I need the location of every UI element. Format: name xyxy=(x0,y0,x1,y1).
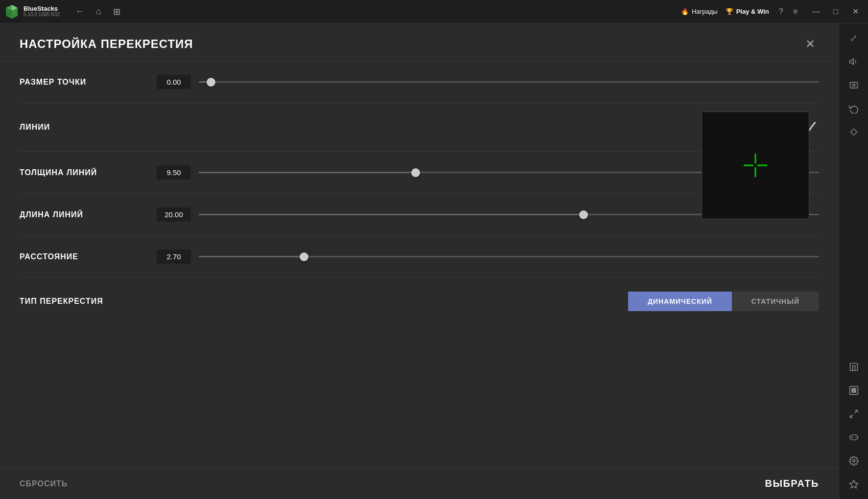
record-sidebar-icon[interactable] xyxy=(843,380,865,401)
dot-size-label: РАЗМЕР ТОЧКИ xyxy=(20,78,157,87)
window-controls: — □ ✕ xyxy=(807,3,864,21)
dialog-container: НАСТРОЙКА ПЕРЕКРЕСТИЯ ✕ РАЗМЕР ТОЧКИ 0.0… xyxy=(0,23,839,499)
play-win-button[interactable]: 🏆 Play & Win xyxy=(726,8,769,15)
logo-text: BlueStacks 5.10.0.1085 N32 xyxy=(23,5,60,18)
maximize-button[interactable]: □ xyxy=(827,3,845,21)
crosshair-right-arm xyxy=(757,165,767,166)
crosshair-preview xyxy=(746,156,765,175)
rewards-button[interactable]: 🔥 Награды xyxy=(681,8,718,15)
svg-point-14 xyxy=(852,460,855,462)
setting-row-dot-size: РАЗМЕР ТОЧКИ 0.00 xyxy=(20,61,819,103)
titlebar-right: 🔥 Награды 🏆 Play & Win ? ≡ — □ ✕ xyxy=(681,3,864,21)
setting-row-thickness: ТОЛЩИНА ЛИНИЙ 9.50 xyxy=(20,152,819,194)
rotate-sidebar-icon[interactable] xyxy=(843,98,865,119)
star-sidebar-icon[interactable] xyxy=(843,474,865,495)
titlebar-icons: ? ≡ xyxy=(777,5,799,18)
static-toggle-button[interactable]: СТАТИЧНЫЙ xyxy=(732,292,819,311)
menu-button[interactable]: ≡ xyxy=(791,5,799,18)
titlebar-left: BlueStacks 5.10.0.1085 N32 ← ⌂ ⊞ xyxy=(4,4,122,20)
svg-rect-5 xyxy=(850,82,857,88)
gap-slider[interactable] xyxy=(199,252,819,262)
thickness-label: ТОЛЩИНА ЛИНИЙ xyxy=(20,168,157,177)
dynamic-toggle-button[interactable]: ДИНАМИЧЕСКИЙ xyxy=(628,292,732,311)
titlebar: BlueStacks 5.10.0.1085 N32 ← ⌂ ⊞ 🔥 Награ… xyxy=(0,0,868,23)
close-window-button[interactable]: ✕ xyxy=(846,3,864,21)
length-value: 20.00 xyxy=(157,207,191,222)
gamepad-sidebar-icon[interactable] xyxy=(843,427,865,448)
back-button[interactable]: ← xyxy=(73,4,86,19)
windows-button[interactable]: ⊞ xyxy=(111,4,122,19)
svg-rect-8 xyxy=(850,363,857,371)
volume-sidebar-icon[interactable] xyxy=(843,51,865,72)
gap-value: 2.70 xyxy=(157,250,191,264)
screenshot-sidebar-icon[interactable] xyxy=(843,74,865,96)
type-label: ТИП ПЕРЕКРЕСТИЯ xyxy=(20,297,157,306)
gap-control: 2.70 xyxy=(157,250,819,264)
settings-sidebar-icon[interactable] xyxy=(843,450,865,472)
type-control: ДИНАМИЧЕСКИЙ СТАТИЧНЫЙ xyxy=(157,292,819,311)
length-label: ДЛИНА ЛИНИЙ xyxy=(20,210,157,219)
crosshair-left-arm xyxy=(744,165,753,166)
dot-size-control: 0.00 xyxy=(157,75,819,89)
dot-size-slider[interactable] xyxy=(199,77,819,87)
bluestacks-logo: BlueStacks 5.10.0.1085 N32 xyxy=(4,4,60,20)
gap-label: РАССТОЯНИЕ xyxy=(20,252,157,261)
lines-label: ЛИНИИ xyxy=(20,123,157,132)
thickness-value: 9.50 xyxy=(157,165,191,180)
crosshair-top-arm xyxy=(755,154,756,163)
dialog-title: НАСТРОЙКА ПЕРЕКРЕСТИЯ xyxy=(20,37,193,51)
titlebar-nav: ← ⌂ ⊞ xyxy=(73,4,122,19)
svg-point-7 xyxy=(851,130,856,135)
shake-sidebar-icon[interactable] xyxy=(843,121,865,143)
help-button[interactable]: ? xyxy=(777,5,785,18)
fullscreen-sidebar-icon[interactable] xyxy=(843,403,865,425)
svg-marker-4 xyxy=(849,59,853,65)
building-sidebar-icon[interactable] xyxy=(843,356,865,378)
reset-button[interactable]: СБРОСИТЬ xyxy=(20,479,68,488)
svg-point-6 xyxy=(852,84,855,87)
crosshair-bottom-arm xyxy=(755,167,756,177)
right-sidebar: ⤢ xyxy=(839,23,868,499)
main-area: НАСТРОЙКА ПЕРЕКРЕСТИЯ ✕ РАЗМЕР ТОЧКИ 0.0… xyxy=(0,23,868,499)
dialog-header: НАСТРОЙКА ПЕРЕКРЕСТИЯ ✕ xyxy=(0,23,839,61)
bluestacks-logo-icon xyxy=(4,4,20,20)
svg-line-12 xyxy=(850,415,853,418)
svg-rect-10 xyxy=(851,388,855,392)
logo-subtitle: 5.10.0.1085 N32 xyxy=(23,12,60,18)
minimize-button[interactable]: — xyxy=(807,3,825,21)
svg-line-11 xyxy=(854,410,857,413)
svg-marker-15 xyxy=(849,480,858,488)
setting-row-gap: РАССТОЯНИЕ 2.70 xyxy=(20,236,819,278)
home-button[interactable]: ⌂ xyxy=(94,4,103,19)
crosshair-preview-panel xyxy=(702,112,809,219)
toggle-group: ДИНАМИЧЕСКИЙ СТАТИЧНЫЙ xyxy=(628,292,819,311)
setting-row-length: ДЛИНА ЛИНИЙ 20.00 xyxy=(20,194,819,236)
close-dialog-button[interactable]: ✕ xyxy=(801,35,819,53)
dot-size-value: 0.00 xyxy=(157,75,191,89)
select-button[interactable]: ВЫБРАТЬ xyxy=(765,478,819,489)
logo-title: BlueStacks xyxy=(23,5,60,12)
setting-row-type: ТИП ПЕРЕКРЕСТИЯ ДИНАМИЧЕСКИЙ СТАТИЧНЫЙ xyxy=(20,278,819,325)
dialog-footer: СБРОСИТЬ ВЫБРАТЬ xyxy=(0,468,839,499)
expand-sidebar-icon[interactable]: ⤢ xyxy=(843,27,865,49)
setting-row-lines: ЛИНИИ ✓ xyxy=(20,103,819,152)
